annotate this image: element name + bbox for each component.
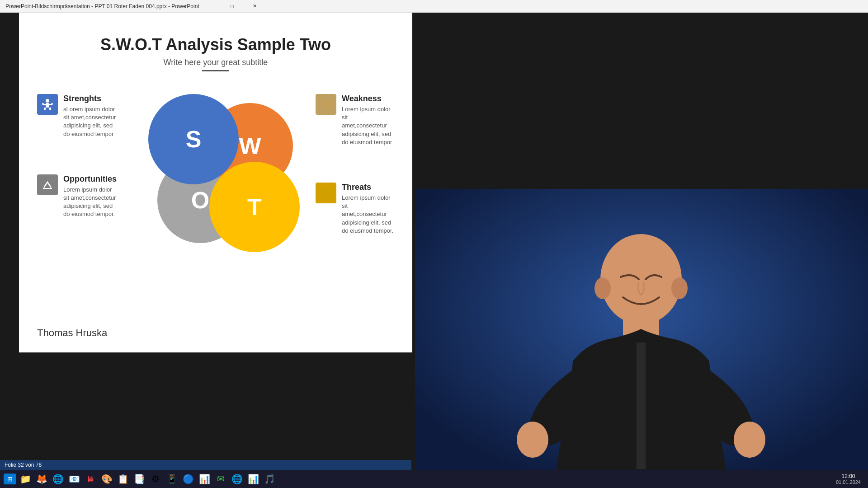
circle-s: S [148, 94, 239, 184]
svg-point-14 [594, 277, 611, 299]
status-text: Folie 32 von 78 [5, 462, 42, 468]
strengths-desc: sLorem ipsum dolor sit amet,consectetur … [63, 105, 117, 138]
svg-point-13 [734, 422, 765, 458]
weakness-desc: Lorem ipsum dolor sit amet,consectetur a… [342, 105, 394, 146]
taskbar-settings[interactable]: ⚙ [148, 472, 163, 486]
svg-rect-2 [43, 104, 52, 105]
taskbar-email[interactable]: 📧 [67, 472, 81, 486]
right-labels: Weakness Lorem ipsum dolor sit amet,cons… [316, 85, 394, 235]
weakness-item: Weakness Lorem ipsum dolor sit amet,cons… [316, 94, 394, 146]
weakness-label: Weakness [342, 94, 394, 103]
strengths-label: Strenghts [63, 94, 117, 103]
strengths-icon [37, 94, 58, 115]
svg-rect-11 [637, 343, 646, 469]
svg-rect-3 [44, 108, 46, 110]
maximize-button[interactable]: □ [222, 0, 243, 13]
minimize-button[interactable]: – [199, 0, 220, 13]
taskbar-paint[interactable]: 🎨 [99, 472, 114, 486]
threats-item: Threats Lorem ipsum dolor sit amet,conse… [316, 183, 394, 235]
taskbar-app3[interactable]: 🌐 [230, 472, 244, 486]
taskbar-files[interactable]: 📁 [18, 472, 33, 486]
svg-point-5 [42, 103, 44, 105]
taskbar-powerpoint[interactable]: 🖥 [83, 472, 98, 486]
weakness-text: Weakness Lorem ipsum dolor sit amet,cons… [342, 94, 394, 146]
taskbar-excel2[interactable]: 📊 [246, 472, 260, 486]
clock-time: 12:00 [836, 473, 861, 479]
threats-desc: Lorem ipsum dolor sit amet,consectetur a… [342, 194, 394, 235]
taskbar-clock: 12:00 01.01.2024 [832, 473, 864, 485]
opportunities-icon [37, 174, 58, 195]
taskbar-app2[interactable]: 📊 [197, 472, 212, 486]
slide-title: S.W.O.T Analysis Sample Two [37, 35, 394, 54]
circle-t: T [209, 162, 300, 252]
slide-area: S.W.O.T Analysis Sample Two Write here y… [19, 13, 412, 352]
swot-layout: Strenghts sLorem ipsum dolor sit amet,co… [37, 85, 394, 266]
start-button[interactable]: ⊞ [4, 474, 16, 484]
webcam-overlay [415, 189, 868, 488]
status-bar: Folie 32 von 78 [0, 460, 411, 470]
titlebar-text: PowerPoint-Bildschirmpräsentation - PPT … [5, 3, 199, 9]
threats-label: Threats [342, 183, 394, 192]
window-controls: – □ ✕ [199, 0, 265, 13]
svg-point-0 [46, 99, 49, 103]
svg-point-12 [517, 422, 548, 458]
opportunities-text: Opportunities Lorem ipsum dolor sit amet… [63, 174, 117, 219]
subtitle-underline [202, 70, 229, 71]
left-labels: Strenghts sLorem ipsum dolor sit amet,co… [37, 85, 117, 219]
left-panel [0, 13, 19, 352]
svg-point-6 [51, 103, 53, 105]
svg-point-9 [600, 234, 682, 324]
clock-date: 01.01.2024 [836, 479, 861, 485]
taskbar-onenote[interactable]: 📑 [132, 472, 146, 486]
threats-icon [316, 183, 336, 203]
taskbar-app1[interactable]: 🔵 [181, 472, 195, 486]
titlebar: PowerPoint-Bildschirmpräsentation - PPT … [0, 0, 868, 13]
speaker-name: Thomas Hruska [37, 327, 107, 339]
webcam-person [415, 189, 868, 488]
opportunities-label: Opportunities [63, 174, 117, 184]
taskbar: ⊞ 📁 🦊 🌐 📧 🖥 🎨 📋 📑 ⚙ 📱 🔵 📊 ✉ 🌐 📊 🎵 12:00 … [0, 470, 868, 488]
strengths-text: Strenghts sLorem ipsum dolor sit amet,co… [63, 94, 117, 138]
opportunities-item: Opportunities Lorem ipsum dolor sit amet… [37, 174, 117, 219]
svg-rect-4 [49, 108, 51, 110]
swot-venn: S W O T [121, 85, 311, 266]
taskbar-telegram[interactable]: 📱 [165, 472, 179, 486]
weakness-icon [316, 94, 336, 115]
strengths-item: Strenghts sLorem ipsum dolor sit amet,co… [37, 94, 117, 138]
right-panel-top [412, 13, 868, 189]
taskbar-media[interactable]: 🎵 [262, 472, 277, 486]
taskbar-excel[interactable]: ✉ [213, 472, 228, 486]
taskbar-word[interactable]: 📋 [116, 472, 130, 486]
threats-text: Threats Lorem ipsum dolor sit amet,conse… [342, 183, 394, 235]
taskbar-chrome[interactable]: 🌐 [51, 472, 65, 486]
svg-point-15 [671, 277, 688, 299]
slide-subtitle: Write here your great subtitle [37, 58, 394, 67]
opportunities-desc: Lorem ipsum dolor sit amet,consectetur a… [63, 186, 117, 219]
close-button[interactable]: ✕ [245, 0, 265, 13]
taskbar-firefox[interactable]: 🦊 [34, 472, 49, 486]
